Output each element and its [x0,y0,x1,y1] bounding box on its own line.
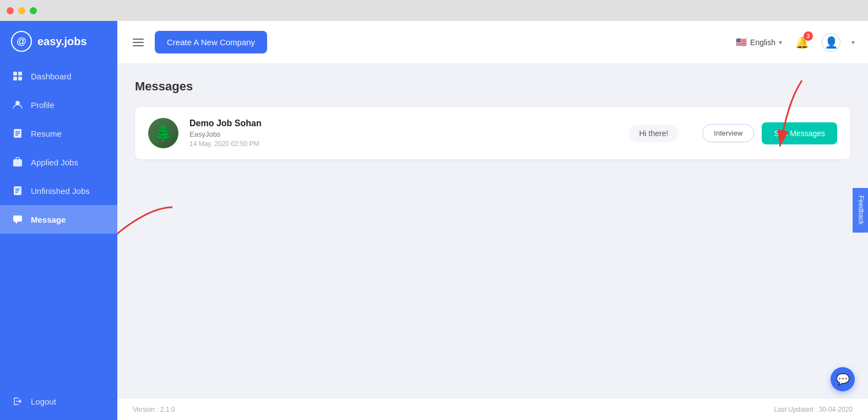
svg-rect-14 [13,216,22,222]
chat-bubble-button[interactable]: 💬 [831,367,855,391]
feedback-tab[interactable]: Feedback [853,188,868,233]
sidebar: easy.jobs Dashboard [0,21,117,420]
titlebar [0,0,868,21]
page-title: Messages [135,79,850,94]
sidebar-item-message[interactable]: Message [0,205,117,234]
sidebar-label-dashboard: Dashboard [31,72,71,81]
avatar: 🌲 [148,118,178,148]
user-avatar[interactable]: 👤 [822,33,840,52]
create-company-button[interactable]: Create A New Company [155,31,267,53]
notification-bell[interactable]: 🔔 3 [793,34,811,51]
last-updated-label: Last Updated : 30-04-2020 [774,406,853,413]
notification-badge: 3 [804,31,813,41]
resume-icon [12,128,23,139]
message-date: 14 May, 2020 02:50 PM [189,140,605,148]
sidebar-label-unfinished-jobs: Unfinished Jobs [31,186,90,196]
logo-text: easy.jobs [37,35,87,48]
see-messages-button[interactable]: See Messages [762,122,837,144]
language-selector[interactable]: 🇺🇸 English ▾ [736,37,782,47]
message-preview: Hi there! [629,125,678,142]
message-name: Demo Job Sohan [189,119,605,128]
feedback-label: Feedback [858,196,865,225]
close-button[interactable] [7,7,14,14]
maximize-button[interactable] [30,7,37,14]
sidebar-logo: easy.jobs [0,21,117,62]
content-area: Messages 🌲 Demo Job Sohan EasyJobs 14 Ma… [117,64,868,398]
topbar-right: 🇺🇸 English ▾ 🔔 3 👤 ▾ [736,33,855,52]
version-label: Version : 2.1.0 [133,406,175,413]
logo-icon [11,31,32,52]
svg-rect-3 [18,77,22,80]
sidebar-item-unfinished-jobs[interactable]: Unfinished Jobs [0,176,117,205]
svg-rect-2 [13,77,17,80]
arrow-sidebar-svg [117,196,183,262]
app-container: easy.jobs Dashboard [0,21,868,420]
message-info: Demo Job Sohan EasyJobs 14 May, 2020 02:… [189,119,605,148]
applied-jobs-icon [12,157,23,168]
sidebar-label-profile: Profile [31,100,55,110]
minimize-button[interactable] [18,7,25,14]
language-chevron-icon: ▾ [779,39,782,46]
arrow-sidebar-container [117,196,183,265]
topbar: Create A New Company 🇺🇸 English ▾ 🔔 3 👤 … [117,21,868,64]
sidebar-item-logout[interactable]: Logout [0,387,117,416]
message-icon [12,214,23,225]
main-content: Create A New Company 🇺🇸 English ▾ 🔔 3 👤 … [117,21,868,420]
sidebar-nav: Dashboard Profile [0,62,117,420]
avatar-emoji: 🌲 [154,124,173,142]
hamburger-menu[interactable] [131,36,146,49]
message-company: EasyJobs [189,130,605,138]
sidebar-item-applied-jobs[interactable]: Applied Jobs [0,148,117,176]
svg-rect-9 [13,159,22,166]
sidebar-item-profile[interactable]: Profile [0,90,117,119]
unfinished-jobs-icon [12,185,23,196]
profile-icon [12,99,23,110]
sidebar-label-message: Message [31,215,66,224]
sidebar-label-resume: Resume [31,129,62,138]
logout-label: Logout [31,397,56,406]
language-label: English [750,38,775,47]
svg-rect-1 [18,72,22,76]
sidebar-label-applied-jobs: Applied Jobs [31,158,78,167]
sidebar-item-resume[interactable]: Resume [0,119,117,148]
svg-rect-0 [13,72,17,76]
logout-icon [12,396,23,407]
flag-icon: 🇺🇸 [736,37,747,47]
interview-button[interactable]: Interview [702,124,754,142]
sidebar-item-dashboard[interactable]: Dashboard [0,62,117,90]
dashboard-icon [12,71,23,82]
user-chevron-icon: ▾ [851,39,855,46]
message-actions: Interview See Messages [702,122,837,144]
footer: Version : 2.1.0 Last Updated : 30-04-202… [117,398,868,420]
message-card: 🌲 Demo Job Sohan EasyJobs 14 May, 2020 0… [135,107,850,159]
